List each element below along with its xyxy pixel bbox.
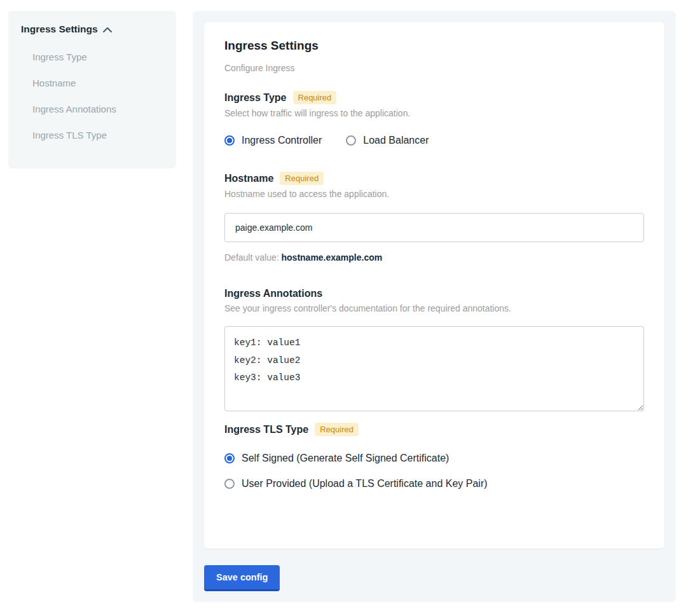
hostname-label: Hostname (224, 173, 273, 184)
radio-unselected-icon[interactable] (346, 135, 356, 146)
ingress-type-help: Select how traffic will ingress to the a… (224, 108, 644, 118)
page-title: Ingress Settings (224, 39, 644, 53)
radio-label: Load Balancer (363, 135, 429, 146)
hostname-input[interactable] (224, 213, 644, 242)
ingress-settings-card: Ingress Settings Configure Ingress Ingre… (204, 22, 664, 549)
ingress-type-radio-group: Ingress Controller Load Balancer (224, 135, 644, 146)
ingress-annotations-label: Ingress Annotations (224, 288, 322, 299)
section-ingress-type: Ingress Type Required Select how traffic… (224, 91, 644, 146)
ingress-annotations-textarea[interactable]: key1: value1 key2: value2 key3: value3 (224, 326, 644, 411)
sidebar-item-ingress-type[interactable]: Ingress Type (21, 44, 163, 70)
radio-label: User Provided (Upload a TLS Certificate … (242, 478, 488, 489)
load-balancer-radio[interactable]: Load Balancer (346, 135, 429, 146)
default-value-prefix: Default value: (224, 252, 282, 263)
self-signed-radio[interactable]: Self Signed (Generate Self Signed Certif… (224, 453, 644, 464)
radio-label: Self Signed (Generate Self Signed Certif… (242, 453, 449, 464)
chevron-up-icon (103, 27, 112, 32)
ingress-type-label: Ingress Type (224, 92, 287, 104)
radio-selected-icon[interactable] (224, 135, 235, 146)
required-badge: Required (293, 91, 337, 104)
config-main-panel: Ingress Settings Configure Ingress Ingre… (193, 11, 676, 602)
sidebar-item-hostname[interactable]: Hostname (21, 70, 163, 96)
hostname-default-line: Default value: hostname.example.com (224, 252, 644, 263)
ingress-tls-radio-group: Self Signed (Generate Self Signed Certif… (224, 453, 644, 489)
section-hostname: Hostname Required Hostname used to acces… (224, 172, 644, 263)
radio-selected-icon[interactable] (224, 453, 235, 463)
sidebar-group-ingress-settings[interactable]: Ingress Settings (21, 24, 163, 35)
sidebar-item-ingress-annotations[interactable]: Ingress Annotations (21, 96, 163, 122)
config-nav-sidebar: Ingress Settings Ingress Type Hostname I… (8, 11, 176, 168)
save-config-button[interactable]: Save config (204, 565, 280, 591)
radio-label: Ingress Controller (242, 135, 322, 146)
required-badge: Required (280, 172, 324, 185)
page-subtitle: Configure Ingress (224, 63, 644, 73)
required-badge: Required (315, 423, 359, 436)
default-value: hostname.example.com (282, 252, 383, 263)
ingress-tls-type-label: Ingress TLS Type (224, 424, 308, 435)
hostname-help: Hostname used to access the application. (224, 189, 644, 199)
section-ingress-annotations: Ingress Annotations See your ingress con… (224, 288, 644, 414)
sidebar-item-ingress-tls-type[interactable]: Ingress TLS Type (21, 122, 163, 148)
section-ingress-tls-type: Ingress TLS Type Required Self Signed (G… (224, 423, 644, 489)
radio-unselected-icon[interactable] (224, 479, 235, 489)
user-provided-radio[interactable]: User Provided (Upload a TLS Certificate … (224, 478, 644, 489)
ingress-controller-radio[interactable]: Ingress Controller (224, 135, 322, 146)
ingress-annotations-help: See your ingress controller's documentat… (224, 303, 644, 313)
sidebar-group-label: Ingress Settings (21, 24, 98, 35)
